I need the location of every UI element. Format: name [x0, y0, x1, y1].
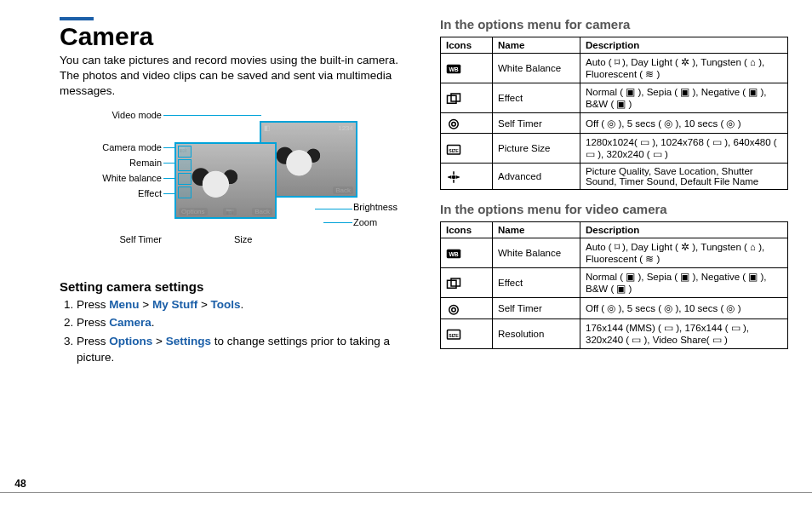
left-column: Camera You can take pictures and record … — [51, 17, 408, 505]
table-row: Self TimerOff ( ◎ ), 5 secs ( ◎ ), 10 se… — [441, 113, 788, 134]
col-desc: Description — [580, 222, 788, 238]
effect-icon — [441, 83, 493, 113]
self-timer-icon — [441, 298, 493, 318]
page-title: Camera — [60, 22, 408, 51]
table-row: Self TimerOff ( ◎ ), 5 secs ( ◎ ), 10 se… — [441, 298, 788, 318]
hotspot-remain — [178, 159, 192, 171]
camera-diagram: Video mode Camera mode Remain White bala… — [51, 108, 408, 274]
advanced-icon — [441, 164, 493, 190]
wb-icon — [441, 54, 493, 83]
video-options-heading: In the options menu for video camera — [440, 202, 788, 216]
label-effect: Effect — [138, 188, 162, 198]
screenshot-camera: 📷 Options📷Back — [174, 142, 277, 219]
table-row: Picture Size1280x1024( ▭ ), 1024x768 ( ▭… — [441, 134, 788, 164]
section-rule — [60, 17, 94, 20]
intro-text: You can take pictures and record movies … — [60, 53, 408, 100]
hotspot-camera-mode — [178, 146, 192, 158]
label-camera-mode: Camera mode — [102, 142, 162, 152]
table-row: Resolution176x144 (MMS) ( ▭ ), 176x144 (… — [441, 318, 788, 348]
table-header-row: Icons Name Description — [441, 37, 788, 54]
self-timer-icon — [441, 113, 493, 134]
wb-icon — [441, 238, 493, 268]
manual-page: Camera You can take pictures and record … — [0, 0, 812, 505]
step-3: Press Options > Settings to change setti… — [77, 333, 408, 366]
label-remain: Remain — [129, 158, 162, 168]
resolution-icon — [441, 318, 493, 348]
label-video-mode: Video mode — [112, 110, 162, 120]
col-desc: Description — [580, 37, 788, 54]
table-row: AdvancedPicture Quality, Save Location, … — [441, 164, 788, 190]
label-self-timer: Self Timer — [119, 234, 162, 244]
step-2: Press Camera. — [77, 314, 408, 331]
table-row: White BalanceAuto ( ⌑ ), Day Light ( ✲ )… — [441, 238, 788, 268]
video-options-table: Icons Name Description White BalanceAuto… — [440, 221, 788, 348]
picture-size-icon — [441, 134, 493, 164]
table-row: EffectNormal ( ▣ ), Sepia ( ▣ ), Negativ… — [441, 83, 788, 113]
hotspot-effect — [178, 187, 192, 198]
settings-steps: Press Menu > My Stuff > Tools. Press Cam… — [60, 296, 408, 366]
settings-heading: Setting camera settings — [60, 279, 408, 294]
label-zoom: Zoom — [353, 217, 377, 227]
step-1: Press Menu > My Stuff > Tools. — [77, 296, 408, 313]
col-icons: Icons — [441, 37, 493, 54]
right-column: In the options menu for camera Icons Nam… — [432, 17, 788, 505]
label-size: Size — [234, 234, 252, 244]
table-row: White BalanceAuto ( ⌑ ), Day Light ( ✲ )… — [441, 54, 788, 83]
hotspot-wb — [178, 173, 192, 185]
camera-options-heading: In the options menu for camera — [440, 17, 788, 32]
col-icons: Icons — [441, 222, 493, 238]
col-name: Name — [493, 37, 580, 54]
table-row: EffectNormal ( ▣ ), Sepia ( ▣ ), Negativ… — [441, 268, 788, 298]
label-brightness: Brightness — [353, 202, 397, 212]
effect-icon — [441, 268, 493, 298]
camera-options-table: Icons Name Description White BalanceAuto… — [440, 37, 788, 190]
footer-rule — [0, 492, 812, 494]
label-white-balance: White balance — [102, 173, 162, 183]
table-header-row: Icons Name Description — [441, 222, 788, 238]
col-name: Name — [493, 222, 580, 238]
page-number: 48 — [0, 478, 41, 490]
